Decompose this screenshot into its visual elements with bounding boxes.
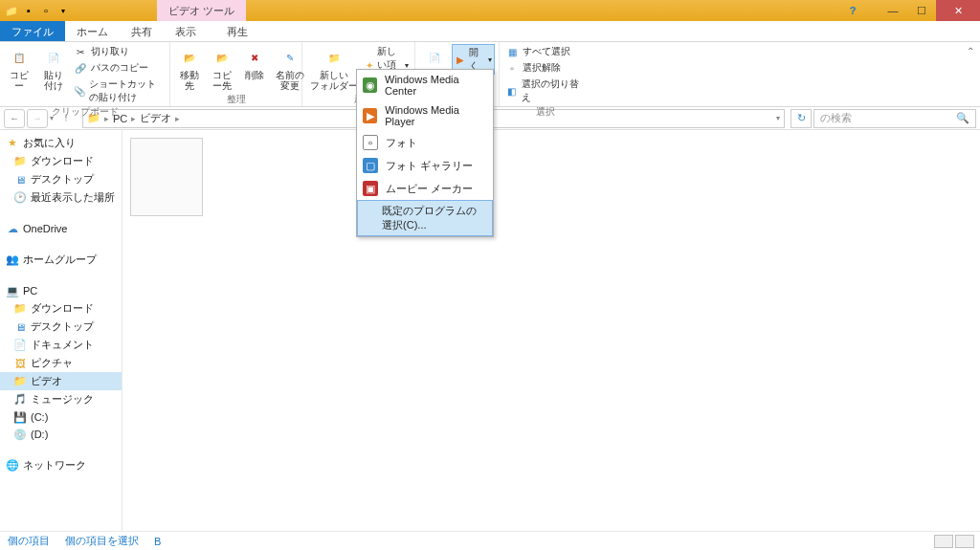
select-none-button[interactable]: ▫選択解除 xyxy=(503,60,588,76)
sidebar-pc-pictures[interactable]: 🖼ピクチャ xyxy=(0,354,122,372)
pictures-icon: 🖼 xyxy=(13,357,27,370)
close-button[interactable]: ✕ xyxy=(936,0,980,21)
choose-default-program[interactable]: 既定のプログラムの選択(C)... xyxy=(357,200,493,236)
move-to-icon: 📂 xyxy=(178,46,201,69)
rename-icon: ✎ xyxy=(278,46,301,69)
copy-path-button[interactable]: 🔗パスのコピー xyxy=(72,60,166,76)
details-view-button[interactable] xyxy=(934,535,953,548)
refresh-button[interactable]: ↻ xyxy=(791,109,812,128)
item-count-label: 個の項目 xyxy=(8,534,50,548)
sidebar-pc[interactable]: 💻PC xyxy=(0,282,122,299)
copy-to-icon: 📂 xyxy=(211,46,234,69)
invert-selection-button[interactable]: ◧選択の切り替え xyxy=(503,77,588,105)
homegroup-icon: 👥 xyxy=(6,253,19,267)
folder-icon: 📁 xyxy=(4,3,19,18)
tab-home[interactable]: ホーム xyxy=(65,21,120,41)
copy-icon: 📋 xyxy=(8,46,31,69)
onedrive-icon: ☁ xyxy=(6,222,19,235)
drive-icon: 💾 xyxy=(13,410,27,424)
qat-dropdown-icon[interactable]: ▾ xyxy=(56,3,71,18)
navigation-pane: ★お気に入り 📁ダウンロード 🖥デスクトップ 🕑最近表示した場所 ☁OneDri… xyxy=(0,130,122,531)
organize-group-label: 整理 xyxy=(174,93,298,107)
search-placeholder: の検索 xyxy=(820,111,852,125)
open-with-photo-gallery[interactable]: ▢フォト ギャラリー xyxy=(357,154,493,177)
file-list[interactable] xyxy=(122,130,980,531)
clipboard-group-label: クリップボード xyxy=(4,105,166,120)
sidebar-recent[interactable]: 🕑最近表示した場所 xyxy=(0,188,122,207)
sidebar-pc-downloads[interactable]: 📁ダウンロード xyxy=(0,299,122,318)
open-with-wmp[interactable]: ▶Windows Media Player xyxy=(357,100,493,131)
window-controls: ? — ☐ ✕ xyxy=(838,0,980,21)
paste-label: 貼り付け xyxy=(40,70,66,91)
copy-to-button[interactable]: 📂コピー先 xyxy=(207,44,237,93)
new-folder-button[interactable]: 📁新しい フォルダー xyxy=(306,44,362,93)
network-icon: 🌐 xyxy=(6,459,19,473)
wmc-icon: ◉ xyxy=(363,77,377,93)
open-with-menu: ◉Windows Media Center ▶Windows Media Pla… xyxy=(356,69,494,237)
choose-default-icon xyxy=(363,210,374,226)
sidebar-pc-videos[interactable]: 📁ビデオ xyxy=(0,372,122,390)
refresh-icon: ↻ xyxy=(797,112,806,124)
sidebar-pc-documents[interactable]: 📄ドキュメント xyxy=(0,336,122,354)
desktop-icon: 🖥 xyxy=(13,320,27,334)
recent-icon: 🕑 xyxy=(13,191,27,205)
sidebar-pc-desktop[interactable]: 🖥デスクトップ xyxy=(0,318,122,336)
sidebar-favorites[interactable]: ★お気に入り xyxy=(0,134,122,152)
sidebar-downloads[interactable]: 📁ダウンロード xyxy=(0,152,122,170)
paste-icon: 📄 xyxy=(42,46,65,69)
breadcrumb-dropdown-icon[interactable]: ▾ xyxy=(776,114,780,122)
invert-selection-icon: ◧ xyxy=(505,84,518,98)
sidebar-c-drive[interactable]: 💾(C:) xyxy=(0,408,122,426)
help-button[interactable]: ? xyxy=(838,0,867,21)
sidebar-network[interactable]: 🌐ネットワーク xyxy=(0,456,122,474)
delete-icon: ✖ xyxy=(243,46,266,69)
paste-shortcut-icon: 📎 xyxy=(74,84,85,98)
sidebar-d-drive[interactable]: 💿(D:) xyxy=(0,426,122,443)
contextual-tab-label: ビデオ ツール xyxy=(157,0,246,21)
collapse-ribbon-icon[interactable]: ⌃ xyxy=(967,46,974,56)
delete-button[interactable]: ✖削除 xyxy=(239,44,270,82)
select-group-label: 選択 xyxy=(503,105,588,120)
select-all-icon: ▦ xyxy=(505,45,519,58)
tab-share[interactable]: 共有 xyxy=(120,21,164,41)
documents-icon: 📄 xyxy=(13,339,27,352)
open-with-photos[interactable]: ▫フォト xyxy=(357,131,493,154)
paste-shortcut-button[interactable]: 📎ショートカットの貼り付け xyxy=(72,77,166,105)
ribbon-group-organize: 📂移動先 📂コピー先 ✖削除 ✎名前の 変更 整理 xyxy=(170,42,302,106)
view-toggle xyxy=(934,535,974,548)
minimize-button[interactable]: — xyxy=(879,0,907,21)
search-input[interactable]: の検索 🔍 xyxy=(813,109,976,128)
select-all-button[interactable]: ▦すべて選択 xyxy=(503,44,588,59)
move-to-button[interactable]: 📂移動先 xyxy=(174,44,205,93)
sidebar-pc-music[interactable]: 🎵ミュージック xyxy=(0,390,122,408)
qat-properties-icon[interactable]: ▪ xyxy=(21,3,36,18)
copy-button[interactable]: 📋 コピー xyxy=(4,44,34,93)
video-file-item[interactable] xyxy=(130,138,203,216)
status-bar: 個の項目 個の項目を選択 B xyxy=(0,531,980,550)
maximize-button[interactable]: ☐ xyxy=(907,0,936,21)
open-with-movie-maker[interactable]: ▣ムービー メーカー xyxy=(357,177,493,200)
open-with-wmc[interactable]: ◉Windows Media Center xyxy=(357,70,493,100)
sidebar-onedrive[interactable]: ☁OneDrive xyxy=(0,220,122,237)
photo-gallery-icon: ▢ xyxy=(363,158,378,173)
cut-button[interactable]: ✂切り取り xyxy=(72,44,166,59)
tab-file[interactable]: ファイル xyxy=(0,21,65,41)
ribbon-group-select: ▦すべて選択 ▫選択解除 ◧選択の切り替え 選択 xyxy=(500,42,591,106)
properties-button[interactable]: 📄 xyxy=(419,44,450,71)
sidebar-homegroup[interactable]: 👥ホームグループ xyxy=(0,251,122,269)
copy-path-icon: 🔗 xyxy=(74,61,87,75)
sidebar-desktop[interactable]: 🖥デスクトップ xyxy=(0,170,122,188)
search-icon: 🔍 xyxy=(956,112,969,124)
paste-button[interactable]: 📄 貼り付け xyxy=(36,44,70,93)
videos-icon: 📁 xyxy=(13,375,27,388)
quick-access-toolbar: 📁 ▪ ▫ ▾ xyxy=(0,3,71,18)
size-label: B xyxy=(154,536,161,547)
qat-new-folder-icon[interactable]: ▫ xyxy=(38,3,54,18)
copy-label: コピー xyxy=(8,70,31,91)
window-titlebar: 📁 ▪ ▫ ▾ ビデオ ツール ? — ☐ ✕ xyxy=(0,0,980,21)
ribbon-group-clipboard: 📋 コピー 📄 貼り付け ✂切り取り 🔗パスのコピー 📎ショートカットの貼り付け… xyxy=(0,42,170,106)
tab-playback[interactable]: 再生 xyxy=(215,21,259,41)
thumbnails-view-button[interactable] xyxy=(955,535,974,548)
music-icon: 🎵 xyxy=(13,393,27,407)
tab-view[interactable]: 表示 xyxy=(164,21,208,41)
